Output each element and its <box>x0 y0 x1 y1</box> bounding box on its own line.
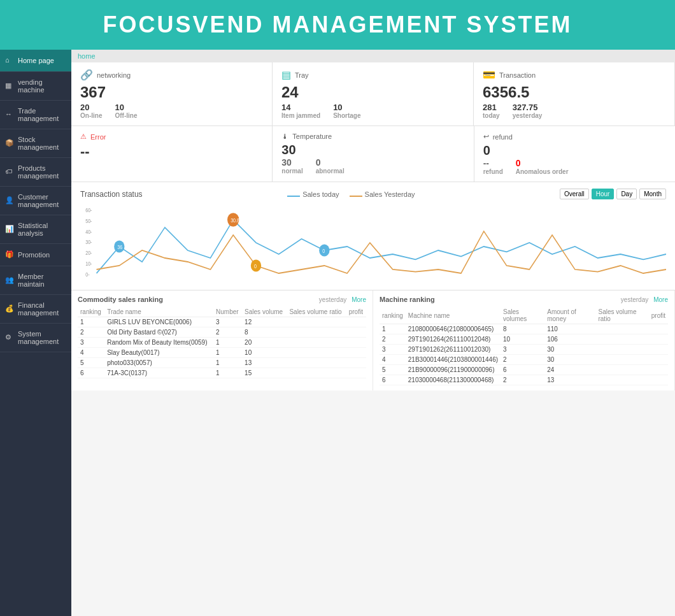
col-profit: profit <box>346 307 366 317</box>
transaction-main: 6356.5 <box>483 83 665 101</box>
table-row: 421B30001446(2103800001446)230 <box>380 355 668 365</box>
col-trade-name: Trade name <box>104 307 213 317</box>
svg-text:0: 0 <box>254 263 257 269</box>
commodity-meta: yesterday <box>319 296 346 303</box>
networking-sub2-label: Off-line <box>115 112 137 119</box>
chart-btn-day[interactable]: Day <box>616 189 637 199</box>
error-val: -- <box>80 143 263 160</box>
stats-row-2: ⚠ Error -- 🌡 Temperature 30 30 normal <box>71 126 675 182</box>
table-row: 5photo033(0057)113 <box>78 358 366 368</box>
temperature-main: 30 <box>281 143 464 157</box>
sidebar-label-stock: Stock management <box>18 136 66 151</box>
mcol-machine-name: Machine name <box>406 307 501 324</box>
sidebar-label-statistical: Statistical analysis <box>18 222 66 237</box>
chart-btn-overall[interactable]: Overall <box>560 189 589 199</box>
mcol-sales-volumes: Sales volumes <box>501 307 544 324</box>
networking-sub1: 20 On-line <box>80 103 102 119</box>
sidebar-item-vending[interactable]: ▦ vending machine <box>0 72 71 101</box>
sidebar-item-home[interactable]: ⌂ Home page <box>0 50 71 72</box>
sidebar-label-products: Products management <box>18 164 66 180</box>
commodity-more[interactable]: More <box>352 296 366 303</box>
networking-sub2: 10 Off-line <box>115 103 137 119</box>
sidebar-label-home: Home page <box>18 57 54 64</box>
tray-icon: ▤ <box>281 69 291 81</box>
temperature-sub1: 30 normal <box>281 157 302 175</box>
chart-btn-month[interactable]: Month <box>639 189 666 199</box>
legend-today-dot <box>287 196 300 197</box>
col-sales-ratio: Sales volume ratio <box>287 307 346 317</box>
svg-text:30.8: 30.8 <box>231 217 239 224</box>
sidebar-item-stock[interactable]: 📦 Stock management <box>0 129 71 158</box>
sidebar-item-system[interactable]: ⚙ System management <box>0 324 71 352</box>
sidebar-label-trade: Trade management <box>18 107 66 122</box>
chart-area: Transaction status Sales today Sales Yes… <box>71 182 675 290</box>
sidebar-item-promotion[interactable]: 🎁 Promotion <box>0 244 71 266</box>
networking-main: 367 <box>80 83 263 101</box>
mcol-ranking: ranking <box>380 307 406 324</box>
system-icon: ⚙ <box>5 333 14 342</box>
col-number: Number <box>213 307 242 317</box>
legend-yesterday-dot <box>350 196 362 197</box>
tray-label: Tray <box>295 71 309 79</box>
error-label: Error <box>90 133 106 141</box>
sidebar-item-products[interactable]: 🏷 Products management <box>0 158 71 187</box>
sidebar-label-financial: Financal management <box>18 301 66 317</box>
svg-text:0: 0 <box>322 248 325 254</box>
stock-icon: 📦 <box>5 139 14 148</box>
table-row: 521B90000096(211900000096)624 <box>380 365 668 375</box>
stat-networking: 🔗 networking 367 20 On-line 10 Off-line <box>71 62 273 125</box>
refund-main: 0 <box>483 143 666 158</box>
svg-text:20-: 20- <box>85 250 92 257</box>
networking-icon: 🔗 <box>80 69 93 81</box>
sidebar-item-customer[interactable]: 👤 Customer management <box>0 187 71 215</box>
transaction-sub1: 281 today <box>483 103 500 119</box>
chart-buttons: Overall Hour Day Month <box>560 189 666 199</box>
trade-icon: ↔ <box>5 110 14 119</box>
sidebar-item-trade[interactable]: ↔ Trade management <box>0 101 71 129</box>
temperature-icon: 🌡 <box>281 133 288 140</box>
chart-btn-hour[interactable]: Hour <box>592 189 615 199</box>
stats-row-1: 🔗 networking 367 20 On-line 10 Off-line <box>71 62 675 126</box>
networking-sub1-label: On-line <box>80 112 102 119</box>
chart-title: Transaction status <box>80 190 143 199</box>
table-row: 621030000468(211300000468)213 <box>380 375 668 385</box>
app-header: FOCUSVEND MANAGEMENT SYSTEM <box>0 0 675 50</box>
home-icon: ⌂ <box>5 56 14 65</box>
sidebar-label-system: System management <box>18 330 66 345</box>
refund-sub1: -- refund <box>483 158 503 175</box>
machine-more[interactable]: More <box>653 296 668 303</box>
products-icon: 🏷 <box>5 168 14 176</box>
machine-table: ranking Machine name Sales volumes Amoun… <box>380 307 668 385</box>
svg-text:36: 36 <box>117 244 122 250</box>
sidebar-item-financial[interactable]: 💰 Financal management <box>0 295 71 324</box>
svg-text:50-: 50- <box>85 218 92 224</box>
svg-text:40-: 40- <box>85 229 92 235</box>
refund-sub2: 0 Anomalous order <box>516 158 569 175</box>
vending-icon: ▦ <box>5 82 14 90</box>
table-row: 329T1901262(261110012030)330 <box>380 345 668 355</box>
sidebar-item-statistical[interactable]: 📊 Statistical analysis <box>0 215 71 244</box>
breadcrumb-home[interactable]: home <box>78 52 96 60</box>
transaction-icon: 💳 <box>483 69 495 81</box>
sidebar-item-member[interactable]: 👥 Member maintain <box>0 266 71 295</box>
machine-title: Machine ranking <box>380 296 435 303</box>
sidebar-label-customer: Customer management <box>18 193 66 208</box>
svg-text:60-: 60- <box>85 207 92 213</box>
machine-table-section: Machine ranking yesterday More ranking M… <box>373 290 675 390</box>
customer-icon: 👤 <box>5 196 14 205</box>
networking-label: networking <box>97 71 131 79</box>
machine-meta: yesterday <box>621 296 648 303</box>
table-row: 671A-3C(0137)115 <box>78 368 366 378</box>
legend-yesterday-label: Sales Yesterday <box>365 190 415 198</box>
col-ranking: ranking <box>78 307 104 317</box>
stat-temperature: 🌡 Temperature 30 30 normal 0 abnormal <box>273 126 474 182</box>
transaction-label: Transaction <box>499 71 536 79</box>
table-row: 229T1901264(261110012048)10106 <box>380 334 668 345</box>
sidebar-label-member: Member maintain <box>18 273 66 288</box>
mcol-ratio: Sales volume ratio <box>595 307 648 324</box>
legend-today-label: Sales today <box>302 190 339 198</box>
tray-main: 24 <box>281 83 464 101</box>
refund-icon: ↩ <box>483 133 489 141</box>
temperature-label: Temperature <box>292 133 332 140</box>
member-icon: 👥 <box>5 276 14 285</box>
